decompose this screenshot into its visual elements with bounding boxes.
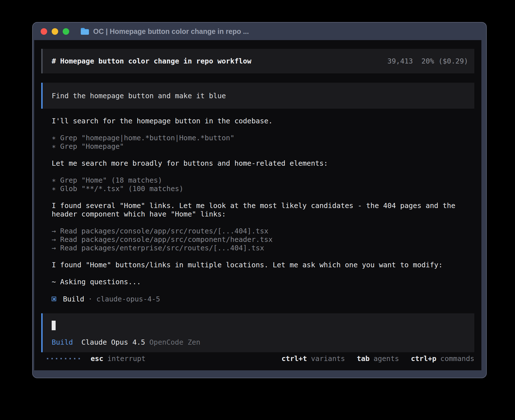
hint-label: interrupt	[107, 355, 145, 363]
status-hintbar: esc interrupt ctrl+t variants tab agents…	[34, 354, 481, 363]
hint-label: commands	[440, 355, 474, 363]
agent-icon	[52, 297, 56, 301]
read-tool-line: → Read packages/console/app/src/routes/[…	[52, 227, 470, 235]
traffic-lights	[41, 28, 69, 35]
active-model-label[interactable]: Claude Opus 4.5	[81, 338, 145, 347]
tool-call-group: → Read packages/console/app/src/routes/[…	[52, 227, 470, 252]
close-button[interactable]	[41, 28, 47, 35]
app-window: OC | Homepage button color change in rep…	[32, 22, 487, 378]
model-provider-label: OpenCode Zen	[149, 338, 200, 347]
assistant-paragraph: I found "Home" buttons/links in multiple…	[52, 261, 470, 269]
session-stats: 39,413 20% ($0.29)	[387, 57, 468, 65]
context-cost: 20% ($0.29)	[421, 57, 468, 65]
assistant-text-line: header component which have "Home" links…	[52, 210, 470, 218]
hint-variants: ctrl+t variants	[281, 355, 345, 363]
ctrl-p-key-hint: ctrl+p	[411, 355, 436, 363]
hint-commands: ctrl+p commands	[411, 355, 474, 363]
model-id: claude-opus-4-5	[96, 295, 160, 303]
terminal-content: # Homepage button color change in repo w…	[34, 40, 481, 370]
tab-key-hint: tab	[357, 355, 370, 363]
assistant-text-line: I'll search for the homepage button in t…	[52, 117, 470, 125]
window-title: OC | Homepage button color change in rep…	[93, 27, 249, 36]
active-agent-label[interactable]: Build	[52, 338, 73, 347]
spinner-dots	[47, 358, 80, 359]
hint-interrupt: esc interrupt	[91, 355, 146, 363]
grep-tool-line: ∗ Grep "Homepage"	[52, 142, 470, 151]
tool-call-group: ∗ Grep "homepage|home.*button|Home.*butt…	[52, 134, 470, 151]
assistant-paragraph: I found several "Home" links. Let me loo…	[52, 202, 470, 218]
assistant-status-line: ~ Asking questions...	[52, 278, 470, 286]
zoom-button[interactable]	[63, 28, 69, 35]
prompt-input[interactable]: Build Claude Opus 4.5 OpenCode Zen	[41, 313, 474, 352]
assistant-text-line: I found "Home" buttons/links in multiple…	[52, 261, 470, 269]
esc-key-hint: esc	[91, 355, 103, 363]
user-message: Find the homepage button and make it blu…	[41, 83, 474, 109]
read-tool-line: → Read packages/console/app/src/componen…	[52, 235, 470, 244]
assistant-text-line: I found several "Home" links. Let me loo…	[52, 202, 470, 210]
hint-label: agents	[374, 355, 399, 363]
agent-name: Build	[63, 295, 84, 303]
assistant-paragraph: ~ Asking questions...	[52, 278, 470, 286]
text-cursor	[52, 321, 56, 330]
hint-label: variants	[311, 355, 345, 363]
separator-dot: ·	[88, 295, 92, 303]
folder-icon	[80, 28, 89, 35]
agent-status-row: Build · claude-opus-4-5	[52, 295, 470, 303]
assistant-paragraph: Let me search more broadly for buttons a…	[52, 159, 470, 168]
assistant-paragraph: I'll search for the homepage button in t…	[52, 117, 470, 125]
read-tool-line: → Read packages/enterprise/src/routes/[.…	[52, 244, 470, 252]
token-count: 39,413	[387, 57, 413, 65]
minimize-button[interactable]	[52, 28, 58, 35]
model-bar: Build Claude Opus 4.5 OpenCode Zen	[52, 338, 468, 347]
grep-tool-line: ∗ Grep "Home" (18 matches)	[52, 176, 470, 185]
grep-tool-line: ∗ Grep "homepage|home.*button|Home.*butt…	[52, 134, 470, 142]
session-title: # Homepage button color change in repo w…	[52, 57, 251, 65]
hint-agents: tab agents	[357, 355, 399, 363]
user-message-text: Find the homepage button and make it blu…	[52, 92, 226, 100]
window-titlebar: OC | Homepage button color change in rep…	[33, 23, 486, 40]
assistant-text-line: Let me search more broadly for buttons a…	[52, 159, 470, 168]
glob-tool-line: ∗ Glob "**/*.tsx" (100 matches)	[52, 185, 470, 193]
ctrl-t-key-hint: ctrl+t	[281, 355, 307, 363]
tool-call-group: ∗ Grep "Home" (18 matches) ∗ Glob "**/*.…	[52, 176, 470, 193]
assistant-transcript: I'll search for the homepage button in t…	[52, 117, 470, 303]
session-header: # Homepage button color change in repo w…	[41, 49, 474, 73]
